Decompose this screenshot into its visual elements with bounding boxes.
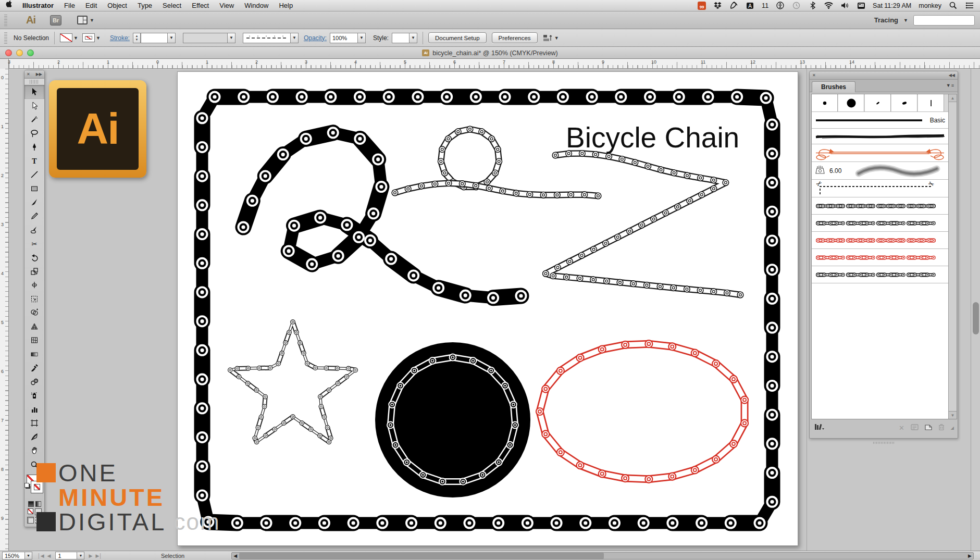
brush-row-swirl-arrows[interactable] bbox=[812, 144, 948, 162]
notification-center-icon[interactable] bbox=[965, 2, 974, 10]
stroke-color-combo[interactable]: ▼ bbox=[82, 33, 101, 42]
volume-icon[interactable] bbox=[840, 2, 849, 10]
menu-item-edit[interactable]: Edit bbox=[80, 0, 102, 11]
panel-flyout-menu-icon[interactable]: ▼≡ bbox=[946, 83, 954, 88]
scroll-down-icon[interactable]: ▼ bbox=[949, 411, 957, 419]
brush-row-cut-line[interactable]: ✂ ✂ bbox=[812, 180, 948, 197]
spotlight-search-icon[interactable] bbox=[949, 2, 958, 10]
menu-item-object[interactable]: Object bbox=[102, 0, 132, 11]
apple-menu-icon[interactable] bbox=[0, 0, 17, 11]
opacity-field[interactable]: 100% bbox=[330, 33, 358, 43]
brush-row-chain-black-3[interactable] bbox=[812, 266, 948, 283]
width-tool[interactable] bbox=[24, 278, 44, 292]
wifi-icon[interactable] bbox=[824, 2, 833, 10]
artboard-tool[interactable] bbox=[24, 416, 44, 430]
direct-selection-tool[interactable] bbox=[24, 99, 44, 113]
brush-row-basic[interactable]: Basic bbox=[812, 112, 948, 129]
search-input[interactable] bbox=[913, 15, 975, 26]
brush-definition-dropdown[interactable] bbox=[183, 33, 228, 43]
line-segment-tool[interactable] bbox=[24, 168, 44, 182]
arrange-documents-button[interactable]: ▼ bbox=[77, 16, 94, 24]
fill-none-swatch[interactable] bbox=[60, 33, 72, 42]
menu-bar-user[interactable]: monkey bbox=[919, 2, 941, 9]
brush-options-icon[interactable] bbox=[911, 423, 919, 432]
time-machine-icon[interactable] bbox=[792, 2, 801, 10]
artboard-number-caret[interactable]: ▼ bbox=[77, 552, 84, 559]
brush-calligraphic-4[interactable] bbox=[891, 94, 917, 111]
brush-row-chain-black-2[interactable] bbox=[812, 215, 948, 232]
stroke-weight-caret[interactable]: ▼ bbox=[168, 33, 176, 43]
tracing-workspace-switcher[interactable]: Tracing bbox=[874, 16, 898, 24]
previous-artboard-icon[interactable]: ◀ bbox=[47, 553, 51, 558]
horizontal-scroll-thumb[interactable] bbox=[239, 553, 604, 559]
accessibility-icon[interactable] bbox=[776, 2, 785, 10]
free-transform-tool[interactable] bbox=[24, 292, 44, 306]
badge-99-icon[interactable]: 99 bbox=[698, 2, 706, 10]
style-field[interactable] bbox=[392, 33, 410, 43]
brush-calligraphic-3[interactable] bbox=[865, 94, 891, 111]
dock-divider-grip[interactable] bbox=[809, 441, 958, 445]
default-fill-stroke-icon[interactable] bbox=[24, 483, 29, 488]
black-disc[interactable] bbox=[375, 342, 530, 497]
last-artboard-icon[interactable]: ▶│ bbox=[95, 553, 102, 558]
chain-wavy-line[interactable] bbox=[392, 180, 601, 199]
zoom-level-field[interactable]: 150% bbox=[2, 552, 25, 559]
column-graph-tool[interactable] bbox=[24, 403, 44, 417]
mesh-tool[interactable] bbox=[24, 333, 44, 347]
panel-resize-grip[interactable]: ◢ bbox=[951, 426, 954, 430]
brush-list-scrollbar[interactable]: ▲ ▼ bbox=[948, 94, 957, 419]
align-options-icon[interactable]: ▼ bbox=[543, 34, 559, 42]
brush-row-charcoal[interactable] bbox=[812, 129, 948, 144]
brush-calligraphic-2[interactable] bbox=[838, 94, 864, 111]
color-mode-button[interactable] bbox=[28, 501, 34, 507]
menu-item-select[interactable]: Select bbox=[157, 0, 187, 11]
selection-tool[interactable] bbox=[24, 85, 44, 99]
brush-row-chain-red-2[interactable] bbox=[812, 249, 948, 266]
chain-loop-shape[interactable] bbox=[238, 127, 527, 304]
remove-brush-stroke-icon[interactable]: ✕ bbox=[899, 424, 904, 432]
menu-item-help[interactable]: Help bbox=[274, 0, 298, 11]
brush-calligraphic-5[interactable] bbox=[918, 94, 944, 111]
tools-close-icon[interactable]: ✕ bbox=[27, 72, 30, 77]
display-menu-icon[interactable] bbox=[857, 2, 865, 10]
tab-brushes[interactable]: Brushes bbox=[812, 81, 855, 92]
vertical-scroll-thumb[interactable] bbox=[973, 302, 979, 334]
magic-wand-tool[interactable] bbox=[24, 113, 44, 127]
draw-behind-mode-icon[interactable] bbox=[27, 517, 34, 524]
menu-item-view[interactable]: View bbox=[214, 0, 239, 11]
scale-tool[interactable] bbox=[24, 265, 44, 279]
slice-tool[interactable] bbox=[24, 430, 44, 444]
width-profile-dropdown[interactable] bbox=[243, 33, 291, 43]
brush-calligraphic-1[interactable] bbox=[812, 94, 838, 111]
bridge-button[interactable]: Br bbox=[50, 15, 61, 26]
stroke-weight-stepper[interactable]: ▲▼ bbox=[133, 33, 141, 43]
tools-collapse-icon[interactable]: ▶▶ bbox=[36, 72, 42, 77]
next-artboard-icon[interactable]: ▶ bbox=[89, 553, 92, 558]
rotate-tool[interactable] bbox=[24, 251, 44, 265]
width-profile-caret[interactable]: ▼ bbox=[291, 33, 299, 43]
preferences-button[interactable]: Preferences bbox=[492, 32, 538, 43]
chain-zigzag[interactable] bbox=[543, 151, 743, 298]
panel-collapse-icon[interactable]: ◀◀ bbox=[949, 73, 955, 78]
scroll-left-icon[interactable]: ◀ bbox=[233, 553, 237, 558]
blend-tool[interactable] bbox=[24, 375, 44, 389]
artboard-number-field[interactable]: 1 bbox=[55, 552, 77, 559]
gradient-tool[interactable] bbox=[24, 347, 44, 362]
panel-close-icon[interactable]: ✕ bbox=[812, 73, 816, 78]
pen-status-icon[interactable] bbox=[729, 2, 738, 10]
shape-builder-tool[interactable] bbox=[24, 306, 44, 320]
eyedropper-tool[interactable] bbox=[24, 361, 44, 375]
paintbrush-tool[interactable] bbox=[24, 195, 44, 209]
brush-row-chain-black-1[interactable] bbox=[812, 197, 948, 215]
dropbox-icon[interactable] bbox=[713, 2, 722, 10]
opacity-label[interactable]: Opacity: bbox=[304, 34, 327, 42]
scroll-up-icon[interactable]: ▲ bbox=[949, 94, 957, 102]
stroke-none-swatch[interactable] bbox=[82, 33, 95, 42]
first-artboard-icon[interactable]: │◀ bbox=[38, 553, 44, 558]
rectangle-tool[interactable] bbox=[24, 182, 44, 196]
zoom-level-caret[interactable]: ▼ bbox=[25, 552, 32, 559]
new-brush-icon[interactable] bbox=[925, 423, 932, 432]
menu-item-type[interactable]: Type bbox=[132, 0, 157, 11]
chain-star[interactable] bbox=[228, 320, 358, 444]
chain-red-oval[interactable] bbox=[536, 340, 748, 483]
